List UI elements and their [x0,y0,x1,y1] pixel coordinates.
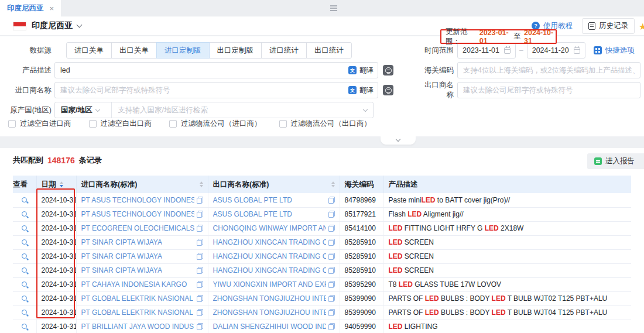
data-source-tab[interactable]: 出口关单 [111,42,157,59]
copy-icon[interactable] [197,239,203,246]
sort-icon[interactable] [200,181,203,187]
quick-options-link[interactable]: 快捷选项 [594,46,635,56]
translate-button[interactable]: 翻译 [348,62,374,78]
view-record-icon[interactable] [22,324,27,329]
origin-type-select[interactable]: 国家/地区 [55,102,112,118]
exporter-link[interactable]: DALIAN SHENGZHIHUI WOOD INDUST... [213,322,326,331]
importer-link[interactable]: PT BRILLIANT JAYA WOOD INDUSTRY [81,322,194,331]
checkbox-icon[interactable] [89,120,97,128]
exact-match-toggle-icon[interactable] [383,85,393,95]
search-form-panel: 数据源 进口关单出口关单进口定制版出口定制版进口统计出口统计 时间范围 2023… [0,36,644,136]
copy-icon[interactable] [197,295,203,302]
hs-code-input[interactable] [457,62,640,78]
filter-checkbox[interactable]: 过滤物流公司（出口商） [279,119,372,129]
view-record-icon[interactable] [22,211,27,217]
checkbox-icon[interactable] [8,120,16,128]
product-desc-cell: T8 LED GLASS TUBE 17W LOVOV [383,277,631,291]
data-source-tab[interactable]: 进口统计 [261,42,307,59]
translate-label: 翻译 [359,85,374,95]
copy-icon[interactable] [328,225,335,232]
origin-search-input[interactable] [112,102,364,118]
country-name[interactable]: 印度尼西亚 [32,20,73,31]
data-source-tab[interactable]: 进口关单 [66,42,112,59]
start-date-field[interactable]: 2023-11-01 [457,42,516,59]
copy-icon[interactable] [328,253,335,260]
filter-checkbox[interactable]: 过滤物流公司（进口商） [169,119,262,129]
copy-icon[interactable] [328,309,335,316]
enter-report-button[interactable]: 进入报告 [587,153,644,169]
copy-icon[interactable] [328,239,335,246]
column-header[interactable]: 日期 [36,176,76,193]
view-record-icon[interactable] [22,310,27,315]
copy-icon[interactable] [328,323,335,330]
importer-input[interactable] [54,82,378,98]
collapse-panel-button[interactable] [381,136,416,145]
favorite-icon[interactable] [639,21,644,32]
chevron-down-icon[interactable] [363,107,368,111]
importer-link[interactable]: PT SINAR CIPTA WIJAYA [81,252,162,260]
checkbox-icon[interactable] [279,120,287,128]
exporter-link[interactable]: ASUS GLOBAL PTE LTD [213,196,292,204]
copy-icon[interactable] [328,197,335,204]
exporter-link[interactable]: HANGZHOU XINGCAN TRADING CO LTD [213,252,326,260]
page-tab[interactable]: 印度尼西亚 × [0,0,61,16]
copy-icon[interactable] [197,225,203,232]
exporter-link[interactable]: YIWU XIONGXIN IMPORT AND EXPORT... [213,280,326,289]
view-record-icon[interactable] [22,197,27,202]
importer-link[interactable]: PT SINAR CIPTA WIJAYA [81,266,162,274]
view-record-icon[interactable] [22,281,27,287]
copy-icon[interactable] [328,211,335,218]
filter-checkbox[interactable]: 过滤空白进口商 [8,119,71,129]
checkbox-icon[interactable] [169,120,177,128]
translate-button[interactable]: 翻译 [348,82,374,98]
view-record-icon[interactable] [22,239,27,245]
copy-icon[interactable] [328,267,335,274]
copy-icon[interactable] [197,323,203,330]
copy-icon[interactable] [328,281,335,288]
view-record-icon[interactable] [22,225,27,231]
data-source-tab[interactable]: 进口定制版 [156,42,210,59]
exporter-link[interactable]: ASUS GLOBAL PTE LTD [213,210,292,218]
product-desc-input[interactable] [54,62,378,78]
history-button[interactable]: 历史记录 [582,18,635,34]
exporter-link[interactable]: HANGZHOU XINGCAN TRADING CO LTD [213,238,326,246]
copy-icon[interactable] [197,253,203,260]
copy-icon[interactable] [197,267,203,274]
column-header[interactable]: 出口商名称(标准) [208,176,340,193]
importer-link[interactable]: PT GLOBAL ELEKTRIK NASIONAL [81,308,193,317]
exact-match-toggle-icon[interactable] [383,65,393,75]
exporter-link[interactable]: ZHONGSHAN TONGJIUZHOU INTERNA... [213,308,326,317]
exporter-input[interactable] [457,82,640,98]
copy-icon[interactable] [197,197,203,204]
importer-link[interactable]: PT CAHAYA INDONESIA KARGO [81,280,187,289]
view-record-icon[interactable] [22,267,27,273]
importer-link[interactable]: PT SINAR CIPTA WIJAYA [81,238,162,246]
view-cell [13,193,36,207]
data-source-tab[interactable]: 出口定制版 [209,42,262,59]
results-summary: 共匹配到 148176 条记录 [13,155,102,166]
chevron-down-icon[interactable] [77,22,83,28]
importer-label: 进口商名称 [0,85,52,95]
importer-link[interactable]: PT ECOGREEN OLEOCHEMICALS [81,224,194,232]
column-header[interactable]: 进口商名称(标准) [76,176,208,193]
tutorial-link[interactable]: 使用教程 [532,21,573,31]
view-record-icon[interactable] [22,253,27,259]
exporter-link[interactable]: ZHONGSHAN TONGJIUZHOU INTERNA... [213,294,326,303]
exporter-link[interactable]: HANGZHOU XINGCAN TRADING CO LTD [213,266,326,274]
filter-checkbox[interactable]: 过滤空白出口商 [89,119,152,129]
copy-icon[interactable] [197,211,203,218]
importer-link[interactable]: PT GLOBAL ELEKTRIK NASIONAL [81,294,193,303]
data-source-tab[interactable]: 出口统计 [306,42,352,59]
importer-link[interactable]: PT ASUS TECHNOLOGY INDONESIA BA... [81,210,194,218]
copy-icon[interactable] [197,309,203,316]
end-date-field[interactable]: 2024-11-20 [527,42,585,59]
copy-icon[interactable] [328,295,335,302]
sort-icon[interactable] [331,181,335,187]
close-icon[interactable]: × [50,5,54,12]
exporter-link[interactable]: CHONGQING WINWAY IMPORT AND E... [213,224,326,232]
view-record-icon[interactable] [22,296,27,301]
importer-link[interactable]: PT ASUS TECHNOLOGY INDONESIA BA... [81,196,194,204]
tabbar-menu-icon[interactable] [330,5,337,6]
sort-icon[interactable] [60,181,63,187]
copy-icon[interactable] [197,281,203,288]
